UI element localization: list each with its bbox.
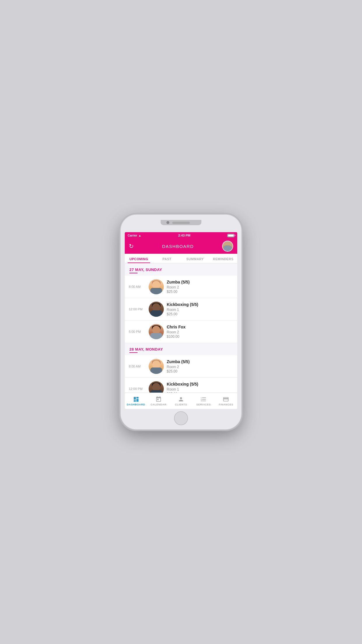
- date-label-1: 27 MAY, SUNDAY: [129, 267, 233, 272]
- event-room: Room 2: [167, 330, 233, 335]
- content-area: 27 MAY, SUNDAY 8:00 AM Zumba (5/5) Room …: [125, 263, 237, 393]
- bottom-nav: DASHBOARD CALENDAR CLIENTS SERVICES: [125, 393, 237, 409]
- battery-icon: [227, 234, 234, 237]
- event-item-chris-fox[interactable]: 5:00 PM Chris Fox Room 2 $100.00: [125, 321, 237, 343]
- event-room: Room 1: [167, 307, 233, 312]
- event-avatar: [149, 381, 164, 393]
- date-underline-1: [129, 273, 138, 273]
- user-avatar[interactable]: [222, 241, 233, 252]
- event-name: Zumba (5/5): [167, 280, 233, 284]
- phone-frame: Carrier ▲ 2:43 PM ↻ DASHBOARD UPCOMING P…: [121, 215, 241, 429]
- speaker: [172, 222, 190, 224]
- event-info: Zumba (5/5) Room 2 $25.00: [167, 359, 233, 374]
- event-room: Room 2: [167, 285, 233, 290]
- nav-calendar[interactable]: CALENDAR: [147, 393, 170, 409]
- refresh-icon[interactable]: ↻: [129, 243, 134, 250]
- event-time: 8:00 AM: [129, 365, 146, 368]
- nav-clients[interactable]: CLIENTS: [170, 393, 192, 409]
- event-price: $100.00: [167, 335, 233, 339]
- nav-label-services: SERVICES: [196, 403, 211, 406]
- dashboard-icon: [133, 396, 139, 402]
- date-underline-2: [129, 352, 138, 353]
- nav-label-dashboard: DASHBOARD: [127, 403, 145, 406]
- event-item[interactable]: 8:00 AM Zumba (5/5) Room 2 $25.00: [125, 276, 237, 298]
- event-time: 8:00 AM: [129, 285, 146, 288]
- clients-icon: [178, 396, 184, 402]
- nav-services[interactable]: SERVICES: [192, 393, 215, 409]
- finances-icon: [223, 396, 229, 402]
- event-time: 5:00 PM: [129, 330, 146, 333]
- event-avatar: [149, 359, 164, 374]
- screen: Carrier ▲ 2:43 PM ↻ DASHBOARD UPCOMING P…: [125, 232, 237, 409]
- event-info: Zumba (5/5) Room 2 $25.00: [167, 280, 233, 294]
- event-item[interactable]: 12:00 PM Kickboxing (5/5) Room 1 $25.00: [125, 298, 237, 321]
- event-room: Room 1: [167, 387, 233, 392]
- event-price: $25.00: [167, 290, 233, 294]
- nav-label-clients: CLIENTS: [175, 403, 187, 406]
- calendar-icon: [155, 396, 162, 402]
- tabs-bar: UPCOMING PAST SUMMARY REMINDERS: [125, 254, 237, 263]
- camera: [166, 221, 169, 224]
- tab-summary[interactable]: SUMMARY: [181, 254, 209, 263]
- event-avatar: [149, 302, 164, 317]
- tab-past[interactable]: PAST: [153, 254, 181, 263]
- services-icon: [200, 396, 207, 402]
- event-price: $25.00: [167, 369, 233, 373]
- event-name: Kickboxing (5/5): [167, 382, 233, 386]
- wifi-icon: ▲: [138, 234, 141, 237]
- nav-label-calendar: CALENDAR: [151, 403, 167, 406]
- event-time: 12:00 PM: [129, 307, 146, 311]
- event-name-chris-fox: Chris Fox: [167, 325, 233, 329]
- tab-upcoming[interactable]: UPCOMING: [125, 254, 153, 263]
- home-button[interactable]: [174, 411, 188, 425]
- carrier-text: Carrier ▲: [128, 234, 141, 237]
- event-item[interactable]: 12:00 PM Kickboxing (5/5) Room 1 $25.00: [125, 378, 237, 393]
- event-info: Kickboxing (5/5) Room 1 $25.00: [167, 302, 233, 316]
- event-avatar: [149, 324, 164, 339]
- date-section-2: 28 MAY, MONDAY: [125, 343, 237, 355]
- event-time: 12:00 PM: [129, 387, 146, 391]
- nav-label-finances: FINANCES: [219, 403, 233, 406]
- status-time: 2:43 PM: [178, 234, 191, 237]
- event-room: Room 2: [167, 365, 233, 370]
- header-title: DASHBOARD: [162, 244, 194, 249]
- status-bar: Carrier ▲ 2:43 PM: [125, 232, 237, 239]
- event-info: Kickboxing (5/5) Room 1 $25.00: [167, 382, 233, 393]
- nav-dashboard[interactable]: DASHBOARD: [125, 393, 147, 409]
- event-info: Chris Fox Room 2 $100.00: [167, 325, 233, 339]
- event-price: $25.00: [167, 312, 233, 316]
- date-section-1: 27 MAY, SUNDAY: [125, 263, 237, 276]
- tab-reminders[interactable]: REMINDERS: [209, 254, 238, 263]
- event-avatar: [149, 279, 164, 294]
- event-name: Zumba (5/5): [167, 359, 233, 364]
- event-name: Kickboxing (5/5): [167, 302, 233, 307]
- event-item[interactable]: 8:00 AM Zumba (5/5) Room 2 $25.00: [125, 355, 237, 378]
- nav-finances[interactable]: FINANCES: [215, 393, 237, 409]
- date-label-2: 28 MAY, MONDAY: [129, 347, 233, 351]
- app-header: ↻ DASHBOARD: [125, 239, 237, 254]
